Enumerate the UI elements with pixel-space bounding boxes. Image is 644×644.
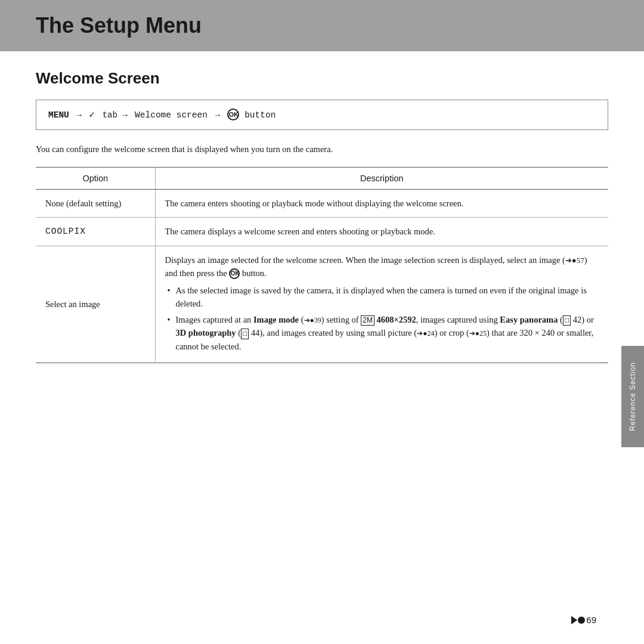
desc-none: The camera enters shooting or playback m… bbox=[155, 189, 608, 217]
bold-easy-panorama: Easy panorama bbox=[500, 315, 558, 324]
header-banner: The Setup Menu bbox=[0, 0, 644, 51]
desc-coolpix: The camera displays a welcome screen and… bbox=[155, 218, 608, 246]
ref-icon-1: ➔●57 bbox=[565, 256, 584, 265]
sq-ref-icon-3: □ bbox=[241, 329, 249, 339]
page-num-icon: 69 bbox=[571, 615, 596, 625]
col-header-description: Description bbox=[155, 167, 608, 189]
bold-3d: 3D photography bbox=[176, 328, 236, 338]
page-number: 69 bbox=[571, 615, 596, 625]
option-select-image: Select an image bbox=[36, 246, 155, 363]
options-table: Option Description None (default setting… bbox=[36, 167, 608, 363]
table-row: None (default setting) The camera enters… bbox=[36, 189, 608, 217]
nav-arrow-1: → bbox=[77, 110, 87, 120]
ref-icon-4: ➔●25 bbox=[469, 329, 487, 338]
desc-intro-end: button. bbox=[240, 268, 266, 278]
ref-icon-2: ➔●39 bbox=[304, 316, 321, 324]
sidebar-reference: Reference Section bbox=[621, 346, 644, 447]
desc-select-image: Displays an image selected for the welco… bbox=[155, 246, 608, 363]
sq-ref-icon: 2M bbox=[361, 315, 374, 326]
button-label: button bbox=[244, 110, 275, 120]
arrow-right-filled bbox=[571, 616, 577, 624]
nav-box: MENU → ✓ tab → Welcome screen → OK butto… bbox=[36, 100, 608, 130]
page-title: The Setup Menu bbox=[36, 13, 202, 38]
bold-resolution: 4608×2592 bbox=[377, 315, 416, 324]
page-container: The Setup Menu Welcome Screen MENU → ✓ t… bbox=[0, 0, 644, 644]
main-content: Welcome Screen MENU → ✓ tab → Welcome sc… bbox=[0, 69, 644, 363]
bullet-list: As the selected image is saved by the ca… bbox=[165, 284, 599, 353]
menu-button-label: MENU bbox=[48, 110, 69, 120]
list-item: As the selected image is saved by the ca… bbox=[165, 284, 599, 311]
sq-ref-icon-2: □ bbox=[563, 315, 571, 326]
bold-image-mode: Image mode bbox=[253, 315, 299, 324]
ok-btn-inline: OK bbox=[229, 268, 240, 279]
section-title: Welcome Screen bbox=[36, 69, 608, 88]
ref-icon-3: ➔●24 bbox=[417, 329, 434, 338]
sidebar-ref-label: Reference Section bbox=[628, 362, 637, 431]
section-description: You can configure the welcome screen tha… bbox=[36, 143, 608, 156]
wrench-tab: ✓ bbox=[89, 110, 95, 120]
page-num-text: 69 bbox=[586, 615, 596, 625]
table-header-row: Option Description bbox=[36, 167, 608, 189]
nav-arrow-3: → bbox=[215, 110, 225, 120]
table-row: Select an image Displays an image select… bbox=[36, 246, 608, 363]
option-coolpix: COOLPIX bbox=[36, 218, 155, 246]
table-row: COOLPIX The camera displays a welcome sc… bbox=[36, 218, 608, 246]
nav-arrow-2: tab → bbox=[103, 110, 132, 120]
option-none: None (default setting) bbox=[36, 189, 155, 217]
circle-filled bbox=[578, 617, 585, 624]
list-item: Images captured at an Image mode (➔●39) … bbox=[165, 313, 599, 353]
ok-button-icon: OK bbox=[227, 109, 239, 120]
desc-intro-text: Displays an image selected for the welco… bbox=[165, 255, 587, 278]
col-header-option: Option bbox=[36, 167, 155, 189]
welcome-screen-label: Welcome screen bbox=[135, 110, 208, 120]
